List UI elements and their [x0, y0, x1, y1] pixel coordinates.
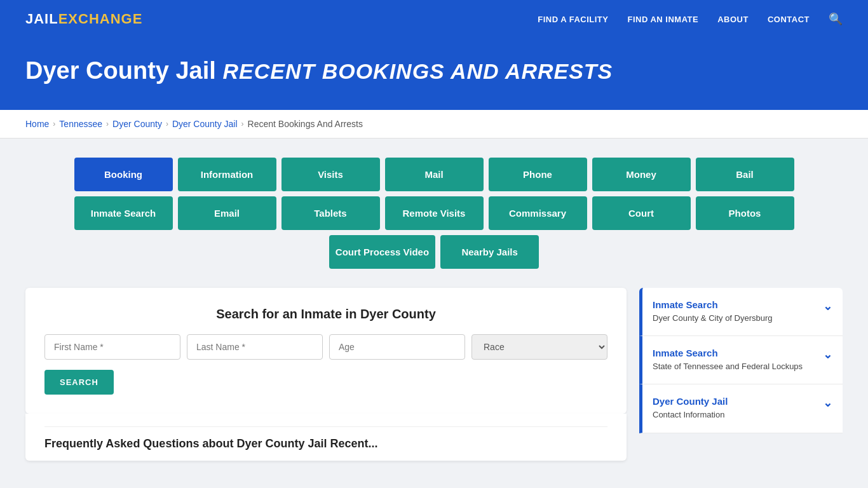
- nav-about[interactable]: ABOUT: [717, 15, 749, 24]
- sidebar-item-1-title: Inmate Search: [653, 299, 773, 310]
- page-title-main: Dyer County Jail: [25, 57, 216, 84]
- btn-court[interactable]: Court: [592, 196, 691, 230]
- btn-tablets[interactable]: Tablets: [281, 196, 380, 230]
- faq-preview: Frequently Asked Questions about Dyer Co…: [25, 414, 627, 461]
- search-icon[interactable]: 🔍: [829, 12, 843, 26]
- breadcrumb-state[interactable]: Tennessee: [59, 119, 102, 129]
- page-title-sub: Recent Bookings and Arrests: [222, 59, 613, 83]
- sidebar-item-contact-info[interactable]: Dyer County Jail Contact Information ⌄: [639, 384, 843, 433]
- breadcrumb-county[interactable]: Dyer County: [112, 119, 162, 129]
- search-button[interactable]: SEARCH: [44, 370, 114, 395]
- first-name-input[interactable]: [44, 334, 180, 360]
- btn-court-process-video[interactable]: Court Process Video: [329, 235, 435, 269]
- button-row-2: Inmate Search Email Tablets Remote Visit…: [25, 196, 843, 230]
- main-nav: FIND A FACILITY FIND AN INMATE ABOUT CON…: [538, 12, 843, 26]
- site-logo[interactable]: JAIL EXCHANGE: [25, 11, 142, 27]
- button-row-1: Booking Information Visits Mail Phone Mo…: [25, 158, 843, 191]
- btn-commissary[interactable]: Commissary: [489, 196, 587, 230]
- navigation-buttons: Booking Information Visits Mail Phone Mo…: [25, 158, 843, 269]
- main-content: Booking Information Visits Mail Phone Mo…: [0, 139, 868, 480]
- btn-bail[interactable]: Bail: [696, 158, 794, 191]
- breadcrumb-bar: Home › Tennessee › Dyer County › Dyer Co…: [0, 110, 868, 139]
- sidebar: Inmate Search Dyer County & City of Dyer…: [639, 288, 843, 461]
- btn-photos[interactable]: Photos: [696, 196, 794, 230]
- btn-information[interactable]: Information: [178, 158, 276, 191]
- breadcrumb-sep-4: ›: [241, 119, 244, 128]
- search-title: Search for an Inmate in Dyer County: [44, 307, 607, 322]
- breadcrumb-jail[interactable]: Dyer County Jail: [172, 119, 238, 129]
- chevron-down-icon-3: ⌄: [823, 396, 832, 410]
- sidebar-item-2-title: Inmate Search: [653, 348, 803, 358]
- logo-jail: JAIL: [25, 11, 58, 27]
- nav-contact[interactable]: CONTACT: [768, 15, 810, 24]
- sidebar-item-3-sub: Contact Information: [653, 409, 728, 421]
- btn-nearby-jails[interactable]: Nearby Jails: [440, 235, 539, 269]
- sidebar-item-2-sub: State of Tennessee and Federal Lockups: [653, 361, 803, 372]
- search-panel: Search for an Inmate in Dyer County Race…: [25, 288, 627, 414]
- sidebar-item-inmate-search-local[interactable]: Inmate Search Dyer County & City of Dyer…: [639, 288, 843, 336]
- btn-email[interactable]: Email: [178, 196, 276, 230]
- btn-mail[interactable]: Mail: [385, 158, 484, 191]
- content-area: Search for an Inmate in Dyer County Race…: [25, 288, 843, 461]
- race-select[interactable]: Race: [471, 334, 607, 360]
- breadcrumb-home[interactable]: Home: [25, 119, 49, 129]
- nav-find-facility[interactable]: FIND A FACILITY: [538, 15, 608, 24]
- nav-find-inmate[interactable]: FIND AN INMATE: [627, 15, 698, 24]
- chevron-down-icon-1: ⌄: [823, 299, 832, 313]
- btn-money[interactable]: Money: [592, 158, 691, 191]
- faq-title: Frequently Asked Questions about Dyer Co…: [44, 426, 607, 451]
- hero-section: Dyer County Jail Recent Bookings and Arr…: [0, 38, 868, 110]
- chevron-down-icon-2: ⌄: [823, 348, 832, 362]
- breadcrumb-sep-2: ›: [106, 119, 109, 128]
- btn-remote-visits[interactable]: Remote Visits: [385, 196, 484, 230]
- breadcrumb-current: Recent Bookings And Arrests: [248, 119, 363, 129]
- btn-booking[interactable]: Booking: [74, 158, 173, 191]
- breadcrumb-sep-3: ›: [166, 119, 168, 128]
- sidebar-item-inmate-search-state[interactable]: Inmate Search State of Tennessee and Fed…: [639, 336, 843, 384]
- age-input[interactable]: [329, 334, 465, 360]
- breadcrumb-sep-1: ›: [53, 119, 55, 128]
- button-row-3: Court Process Video Nearby Jails: [25, 235, 843, 269]
- btn-inmate-search[interactable]: Inmate Search: [74, 196, 173, 230]
- breadcrumb: Home › Tennessee › Dyer County › Dyer Co…: [25, 119, 843, 129]
- logo-exchange: EXCHANGE: [58, 11, 143, 27]
- last-name-input[interactable]: [187, 334, 323, 360]
- sidebar-item-1-sub: Dyer County & City of Dyersburg: [653, 313, 773, 324]
- page-title: Dyer County Jail Recent Bookings and Arr…: [25, 57, 843, 85]
- search-inputs: Race: [44, 334, 607, 360]
- btn-visits[interactable]: Visits: [281, 158, 380, 191]
- header: JAIL EXCHANGE FIND A FACILITY FIND AN IN…: [0, 0, 868, 38]
- sidebar-item-3-title: Dyer County Jail: [653, 396, 728, 407]
- btn-phone[interactable]: Phone: [489, 158, 587, 191]
